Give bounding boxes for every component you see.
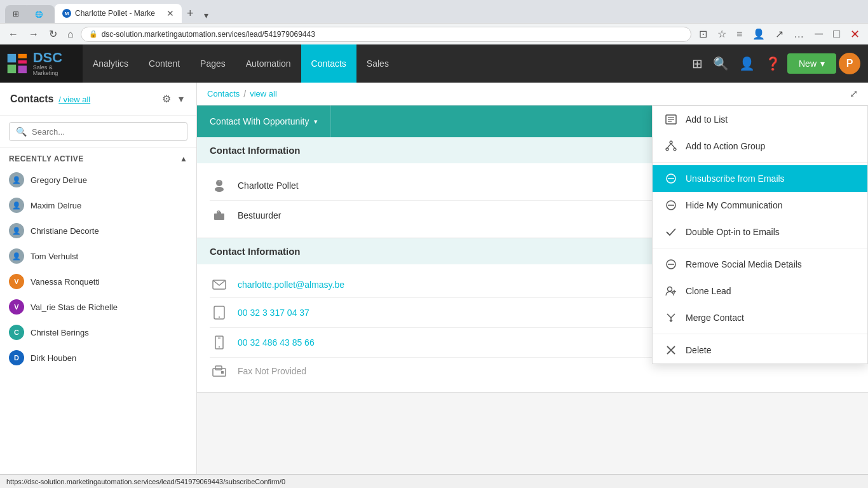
nav-items: Analytics Content Pages Automation Conta… bbox=[83, 44, 688, 83]
menu-item-add-to-action-group[interactable]: Add to Action Group bbox=[653, 133, 867, 159]
svg-rect-2 bbox=[18, 60, 27, 64]
list-item[interactable]: C Christel Berings bbox=[0, 320, 196, 345]
nav-help-btn[interactable]: ❓ bbox=[761, 52, 785, 75]
back-button[interactable]: ← bbox=[5, 27, 22, 41]
buildings-icon-btn[interactable]: ⊞ bbox=[688, 52, 707, 75]
avatar: D bbox=[9, 350, 24, 365]
contact-email[interactable]: charlotte.pollet@almasy.be bbox=[238, 280, 344, 290]
recently-active-label: RECENTLY ACTIVE bbox=[9, 154, 84, 163]
merge-icon bbox=[664, 312, 678, 323]
list-item[interactable]: 👤 Tom Verhulst bbox=[0, 243, 196, 269]
home-button[interactable]: ⌂ bbox=[64, 27, 77, 41]
new-tab-button[interactable]: + bbox=[182, 4, 199, 23]
menu-item-remove-social[interactable]: Remove Social Media Details bbox=[653, 251, 867, 278]
avatar: 👤 bbox=[9, 198, 24, 213]
svg-point-12 bbox=[219, 346, 220, 348]
browser-actions: ⊡ ☆ ≡ 👤 ↗ … bbox=[695, 27, 808, 41]
menu-item-merge-contact[interactable]: Merge Contact bbox=[653, 304, 867, 331]
contact-name: Maxim Delrue bbox=[31, 201, 81, 210]
list-item[interactable]: D Dirk Houben bbox=[0, 345, 196, 370]
contact-type-button[interactable]: Contact With Opportunity ▾ bbox=[197, 105, 331, 137]
svg-point-21 bbox=[670, 141, 672, 144]
check-icon bbox=[664, 226, 678, 238]
breadcrumb-contacts[interactable]: Contacts bbox=[207, 89, 240, 98]
nav-sales[interactable]: Sales bbox=[356, 44, 399, 83]
menu-label-double-opt-in: Double Opt-in to Emails bbox=[686, 227, 856, 237]
tab-scroll-arrows[interactable]: ▾ bbox=[199, 8, 214, 23]
avatar: 👤 bbox=[9, 223, 24, 238]
tab-close-btn[interactable]: ✕ bbox=[166, 8, 174, 18]
lock-icon: 🔒 bbox=[89, 30, 98, 38]
list-item[interactable]: 👤 Maxim Delrue bbox=[0, 193, 196, 218]
page-expand-btn[interactable]: ⤢ bbox=[850, 88, 858, 100]
list-icon bbox=[664, 114, 678, 125]
nav-content[interactable]: Content bbox=[139, 44, 190, 83]
reload-button[interactable]: ↻ bbox=[46, 27, 60, 41]
sidebar-header: Contacts / view all ⚙ ▾ bbox=[0, 83, 196, 116]
avatar: C bbox=[9, 325, 24, 340]
logo-text: DSC bbox=[33, 51, 76, 65]
menu-item-unsubscribe[interactable]: Unsubscribe from Emails bbox=[653, 165, 867, 192]
share-btn[interactable]: ↗ bbox=[771, 27, 787, 41]
sidebar-settings-btn[interactable]: ⚙ bbox=[159, 92, 173, 106]
maximize-btn[interactable]: □ bbox=[830, 26, 843, 42]
list-item[interactable]: V Val_rie Stas de Richelle bbox=[0, 294, 196, 320]
minimize-btn[interactable]: ─ bbox=[811, 26, 826, 42]
tab-favicon-inactive[interactable]: 🌐 bbox=[23, 5, 55, 23]
person-add-icon bbox=[664, 285, 678, 297]
menu-item-add-to-list[interactable]: Add to List bbox=[653, 106, 867, 133]
forward-button[interactable]: → bbox=[25, 27, 42, 41]
menu-btn[interactable]: … bbox=[790, 27, 808, 41]
nav-search-btn[interactable]: 🔍 bbox=[709, 52, 733, 75]
contact-job-title: Bestuurder bbox=[238, 210, 281, 220]
user-avatar-btn[interactable]: P bbox=[839, 53, 860, 74]
close-window-btn[interactable]: ✕ bbox=[847, 26, 863, 43]
sidebar-view-all-link[interactable]: / view all bbox=[58, 95, 90, 104]
nav-analytics[interactable]: Analytics bbox=[83, 44, 139, 83]
logo-area[interactable]: DSC Sales & Marketing bbox=[0, 44, 83, 83]
address-bar[interactable]: 🔒 dsc-solution.marketingautomation.servi… bbox=[81, 27, 691, 42]
recently-active-collapse-btn[interactable]: ▲ bbox=[180, 154, 187, 163]
menu-label-unsubscribe: Unsubscribe from Emails bbox=[686, 173, 856, 184]
reader-view-btn[interactable]: ⊡ bbox=[695, 27, 711, 41]
contact-type-dropdown-arrow: ▾ bbox=[314, 118, 318, 126]
sync-btn[interactable]: 👤 bbox=[749, 27, 769, 41]
bookmark-list-btn[interactable]: ≡ bbox=[733, 27, 746, 41]
list-item[interactable]: 👤 Gregory Delrue bbox=[0, 167, 196, 193]
breadcrumb-view-all[interactable]: view all bbox=[250, 89, 277, 98]
search-input[interactable] bbox=[32, 127, 180, 137]
status-bar: https://dsc-solution.marketingautomation… bbox=[0, 474, 868, 488]
menu-item-double-opt-in[interactable]: Double Opt-in to Emails bbox=[653, 219, 867, 245]
list-item[interactable]: 👤 Christiane Decorte bbox=[0, 218, 196, 243]
contact-name: Vanessa Ronquetti bbox=[31, 277, 100, 287]
search-icon: 🔍 bbox=[16, 126, 27, 137]
nav-user-btn[interactable]: 👤 bbox=[735, 52, 759, 75]
contact-phone[interactable]: 00 32 3 317 04 37 bbox=[238, 308, 309, 318]
sidebar-header-actions: ⚙ ▾ bbox=[159, 92, 186, 106]
active-tab[interactable]: M Charlotte Pollet - Marke ✕ bbox=[55, 4, 182, 23]
delete-icon bbox=[664, 344, 678, 356]
nav-contacts[interactable]: Contacts bbox=[301, 44, 356, 83]
contact-name: Val_rie Stas de Richelle bbox=[31, 302, 118, 312]
contact-fax: Fax Not Provided bbox=[238, 366, 306, 376]
contact-mobile[interactable]: 00 32 486 43 85 66 bbox=[238, 337, 315, 348]
svg-rect-4 bbox=[18, 65, 27, 73]
menu-item-clone-lead[interactable]: Clone Lead bbox=[653, 278, 867, 304]
menu-item-delete[interactable]: Delete bbox=[653, 337, 867, 363]
fax-icon bbox=[210, 365, 229, 377]
nav-automation[interactable]: Automation bbox=[236, 44, 301, 83]
list-item[interactable]: V Vanessa Ronquetti bbox=[0, 269, 196, 294]
sidebar-search-area: 🔍 bbox=[0, 116, 196, 148]
briefcase-icon bbox=[210, 208, 229, 222]
nav-pages[interactable]: Pages bbox=[190, 44, 236, 83]
search-input-wrap[interactable]: 🔍 bbox=[9, 122, 187, 141]
browser-tabs: ⊞ 🌐 M Charlotte Pollet - Marke ✕ + ▾ bbox=[0, 0, 868, 23]
menu-item-hide-communication[interactable]: Hide My Communication bbox=[653, 192, 867, 219]
menu-divider-3 bbox=[653, 334, 867, 334]
sidebar-collapse-btn[interactable]: ▾ bbox=[176, 92, 186, 106]
menu-label-add-to-action-group: Add to Action Group bbox=[686, 141, 856, 151]
contact-name: Tom Verhulst bbox=[31, 252, 78, 261]
menu-label-remove-social: Remove Social Media Details bbox=[686, 259, 856, 269]
new-button[interactable]: New ▾ bbox=[787, 53, 836, 74]
bookmark-btn[interactable]: ☆ bbox=[714, 27, 730, 41]
